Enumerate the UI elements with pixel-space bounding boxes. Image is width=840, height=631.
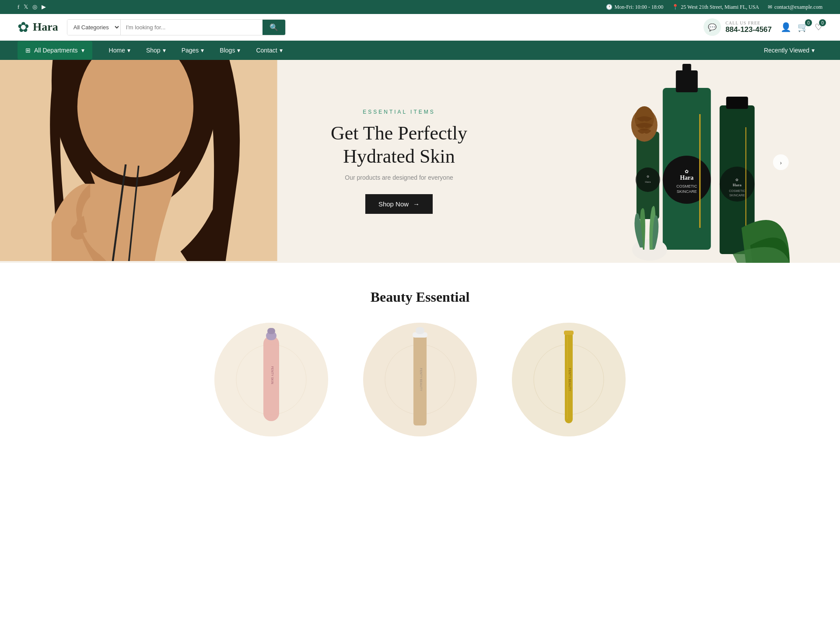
svg-text:Hara: Hara — [645, 181, 651, 183]
facebook-icon[interactable]: f — [18, 3, 19, 10]
product-image-2: FENTY BEAUTY — [363, 323, 477, 436]
nav-shop-label: Shop — [146, 47, 161, 54]
svg-text:FENTY BEAUTY: FENTY BEAUTY — [420, 368, 423, 391]
nav-home-chevron: ▾ — [127, 47, 130, 54]
shop-now-button[interactable]: Shop Now → — [365, 194, 433, 214]
instagram-icon[interactable]: ◎ — [32, 3, 37, 10]
search-icon: 🔍 — [270, 24, 278, 31]
hero-tagline: ESSENTIAL ITEMS — [363, 109, 435, 115]
address-info: 📍 25 West 21th Street, Miami FL, USA — [672, 4, 759, 10]
svg-text:FENTY SKIN: FENTY SKIN — [271, 366, 274, 384]
woman-illustration — [0, 60, 277, 261]
shop-now-label: Shop Now — [378, 200, 409, 208]
hours-info: 🕐 Mon-Fri: 10:00 - 18:00 — [606, 4, 664, 10]
chevron-down-icon: ▾ — [81, 47, 84, 54]
all-departments-label: All Departments — [34, 47, 78, 54]
wishlist-button[interactable]: ♡ 0 — [815, 22, 822, 32]
arrow-right-icon: → — [413, 200, 420, 208]
beauty-section: Beauty Essential FENTY SKIN — [0, 263, 840, 454]
logo-icon: ✿ — [18, 19, 29, 35]
svg-point-18 — [636, 167, 660, 192]
hours-text: Mon-Fri: 10:00 - 18:00 — [615, 4, 664, 10]
user-account-button[interactable]: 👤 — [780, 22, 791, 32]
social-icons: f 𝕏 ◎ ▶ — [18, 3, 46, 10]
product-card-3: FENTY BEAUTY — [503, 323, 634, 436]
nav-contact-label: Contact — [256, 47, 277, 54]
svg-rect-38 — [267, 328, 275, 334]
recently-viewed-button[interactable]: Recently Viewed ▾ — [756, 41, 822, 60]
hero-image-left — [0, 60, 277, 263]
hero-title: Get The Perfectly Hydrated Skin — [331, 122, 467, 168]
email-info: ✉ contact@example.com — [768, 4, 822, 10]
top-bar: f 𝕏 ◎ ▶ 🕐 Mon-Fri: 10:00 - 18:00 📍 25 We… — [0, 0, 840, 14]
product-circle-3: FENTY BEAUTY — [512, 323, 626, 436]
svg-text:Hara: Hara — [733, 183, 742, 187]
nav-right: Recently Viewed ▾ — [756, 41, 822, 60]
logo-link[interactable]: ✿ Hara — [18, 19, 58, 35]
svg-text:✿: ✿ — [736, 178, 739, 182]
svg-text:FENTY BEAUTY: FENTY BEAUTY — [568, 368, 571, 391]
svg-rect-8 — [682, 64, 691, 73]
recently-viewed-chevron: ▾ — [812, 47, 815, 54]
nav-blogs-chevron: ▾ — [237, 47, 240, 54]
recently-viewed-label: Recently Viewed — [764, 47, 809, 54]
product-card-2: FENTY BEAUTY — [354, 323, 486, 436]
nav-pages-label: Pages — [182, 47, 199, 54]
navigation: ⊞ All Departments ▾ Home ▾ Shop ▾ Pages … — [0, 41, 840, 60]
cart-badge: 0 — [805, 19, 812, 26]
svg-rect-49 — [564, 331, 574, 335]
category-select[interactable]: All Categories — [67, 20, 121, 35]
svg-rect-22 — [726, 97, 748, 109]
mail-icon: ✉ — [768, 4, 772, 10]
header-icons: 👤 🛒 0 ♡ 0 — [780, 22, 822, 32]
svg-rect-7 — [676, 70, 698, 92]
nav-blogs-label: Blogs — [220, 47, 235, 54]
social-bar: f 𝕏 ◎ ▶ — [18, 3, 46, 10]
svg-text:SKINCARE: SKINCARE — [729, 194, 745, 197]
nav-blogs[interactable]: Blogs ▾ — [212, 41, 248, 60]
beauty-section-title: Beauty Essential — [18, 289, 822, 305]
svg-text:Hara: Hara — [680, 174, 694, 181]
phone-label: CALL US FREE — [725, 21, 772, 25]
chat-icon: 💬 — [708, 23, 717, 31]
phone-text: CALL US FREE 884-123-4567 — [725, 21, 772, 34]
phone-icon-wrap: 💬 — [704, 18, 721, 36]
hero-section: ESSENTIAL ITEMS Get The Perfectly Hydrat… — [0, 60, 840, 263]
phone-block: 💬 CALL US FREE 884-123-4567 — [704, 18, 772, 36]
nav-shop[interactable]: Shop ▾ — [138, 41, 174, 60]
search-bar: All Categories 🔍 — [67, 19, 286, 35]
svg-text:›: › — [780, 160, 782, 166]
topbar-info: 🕐 Mon-Fri: 10:00 - 18:00 📍 25 West 21th … — [606, 4, 823, 10]
hero-title-line2: Hydrated Skin — [343, 146, 455, 167]
products-illustration: ✿ Hara COSMETIC SKINCARE ✿ Hara ✿ Hara C… — [521, 62, 840, 263]
youtube-icon[interactable]: ▶ — [42, 3, 46, 10]
user-icon: 👤 — [780, 22, 791, 32]
twitter-icon[interactable]: 𝕏 — [24, 3, 28, 10]
svg-text:COSMETIC: COSMETIC — [729, 189, 746, 192]
cart-button[interactable]: 🛒 0 — [798, 22, 808, 32]
clock-icon: 🕐 — [606, 4, 612, 10]
svg-text:SKINCARE: SKINCARE — [677, 189, 697, 194]
all-departments-button[interactable]: ⊞ All Departments ▾ — [18, 41, 92, 59]
header: ✿ Hara All Categories 🔍 💬 CALL US FREE 8… — [0, 14, 840, 41]
product-card-1: FENTY SKIN — [206, 323, 337, 436]
nav-links: Home ▾ Shop ▾ Pages ▾ Blogs ▾ Contact ▾ — [101, 41, 756, 60]
product-circle-1: FENTY SKIN — [214, 323, 328, 436]
products-grid: FENTY SKIN FENTY BEAUTY — [18, 323, 822, 436]
product-image-3: FENTY BEAUTY — [512, 323, 626, 436]
nav-contact-chevron: ▾ — [280, 47, 283, 54]
product-circle-2: FENTY BEAUTY — [363, 323, 477, 436]
nav-home[interactable]: Home ▾ — [101, 41, 138, 60]
nav-pages[interactable]: Pages ▾ — [174, 41, 212, 60]
search-input[interactable] — [121, 20, 262, 35]
nav-contact[interactable]: Contact ▾ — [248, 41, 290, 60]
hero-subtitle: Our products are designed for everyone — [345, 174, 453, 181]
location-icon: 📍 — [672, 4, 679, 10]
email-text: contact@example.com — [774, 4, 822, 10]
search-button[interactable]: 🔍 — [262, 20, 285, 35]
header-right: 💬 CALL US FREE 884-123-4567 👤 🛒 0 ♡ 0 — [704, 18, 822, 36]
hero-title-line1: Get The Perfectly — [331, 122, 467, 144]
hero-products-right: ✿ Hara COSMETIC SKINCARE ✿ Hara ✿ Hara C… — [521, 60, 840, 263]
nav-shop-chevron: ▾ — [163, 47, 166, 54]
grid-icon: ⊞ — [25, 47, 31, 54]
